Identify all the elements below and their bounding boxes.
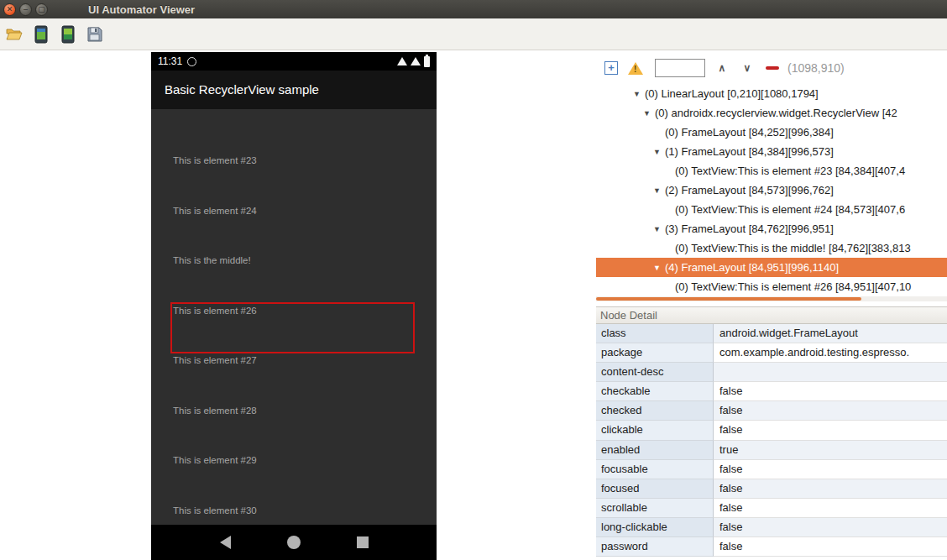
node-detail-header: Node Detail	[596, 306, 947, 324]
node-detail-table: classandroid.widget.FrameLayoutpackageco…	[596, 324, 947, 557]
detail-key: focused	[596, 479, 714, 499]
hierarchy-inspector: + ! ∧ ∨ (1098,910) ▼(0) LinearLayout [0,…	[596, 50, 947, 560]
maximize-button[interactable]: ▢	[35, 3, 48, 16]
expander-icon[interactable]: ▼	[653, 181, 665, 201]
detail-row[interactable]: clickablefalse	[596, 421, 947, 440]
tree-node[interactable]: ▼(0) LinearLayout [0,210][1080,1794]	[596, 84, 947, 103]
tree-node-label: (0) TextView:This is element #26 [84,951…	[675, 280, 911, 293]
detail-key: long-clickable	[596, 518, 714, 537]
tree-node-label: (0) FrameLayout [84,252][996,384]	[665, 126, 834, 139]
selection-highlight	[170, 302, 415, 353]
save-button[interactable]	[84, 24, 106, 45]
tree-node-label: (0) androidx.recyclerview.widget.Recycle…	[655, 107, 897, 119]
expander-icon[interactable]: ▼	[653, 220, 665, 239]
detail-row[interactable]: classandroid.widget.FrameLayout	[596, 324, 947, 343]
tree-node[interactable]: (0) TextView:This is the middle! [84,762…	[596, 238, 947, 258]
tree-node-label: (0) TextView:This is element #23 [84,384…	[675, 165, 905, 177]
tree-node-label: (1) FrameLayout [84,384][996,573]	[665, 145, 834, 158]
list-item[interactable]: This is element #29	[151, 452, 437, 502]
detail-row[interactable]: packagecom.example.android.testing.espre…	[596, 343, 947, 363]
main-toolbar	[0, 18, 947, 50]
inspector-toolbar: + ! ∧ ∨ (1098,910)	[596, 52, 947, 84]
detail-row[interactable]: content-desc	[596, 363, 947, 382]
window-titlebar: ✕ – ▢ UI Automator Viewer	[0, 0, 947, 18]
tree-node[interactable]: (0) TextView:This is element #24 [84,573…	[596, 200, 947, 219]
recents-icon[interactable]	[357, 536, 369, 548]
device-screenshot-compressed-button[interactable]	[57, 24, 79, 45]
battery-icon	[424, 56, 430, 67]
back-icon[interactable]	[220, 536, 231, 549]
tree-node[interactable]: ▼(2) FrameLayout [84,573][996,762]	[596, 181, 947, 200]
list-item[interactable]: This is element #23	[151, 152, 437, 202]
expand-all-icon[interactable]: +	[604, 61, 618, 75]
folder-open-icon	[6, 28, 23, 41]
detail-key: focusable	[596, 460, 714, 479]
open-file-button[interactable]	[3, 24, 25, 45]
scrollbar-thumb[interactable]	[596, 297, 861, 301]
list-item[interactable]: This is element #24	[151, 202, 437, 253]
expander-icon[interactable]: ▼	[653, 143, 665, 162]
tree-node[interactable]: ▼(3) FrameLayout [84,762][996,951]	[596, 219, 947, 238]
detail-row[interactable]: checkedfalse	[596, 401, 947, 421]
window-title: UI Automator Viewer	[88, 3, 195, 16]
detail-value: false	[714, 537, 947, 557]
detail-value: false	[714, 499, 947, 518]
tree-node-label: (4) FrameLayout [84,951][996,1140]	[665, 261, 839, 274]
home-icon[interactable]	[287, 536, 301, 549]
tree-node[interactable]: (0) FrameLayout [84,252][996,384]	[596, 123, 947, 142]
tree-node[interactable]: ▼(0) androidx.recyclerview.widget.Recycl…	[596, 103, 947, 123]
detail-value: false	[714, 401, 947, 421]
detail-row[interactable]: focusedfalse	[596, 479, 947, 499]
device-screenshot-view[interactable]: 11:31 Basic RecyclerView sample This is …	[151, 52, 437, 560]
expander-icon[interactable]: ▼	[633, 85, 645, 104]
detail-row[interactable]: focusablefalse	[596, 460, 947, 479]
alarm-icon	[187, 57, 196, 66]
minus-icon[interactable]	[766, 66, 779, 70]
detail-value: false	[714, 421, 947, 440]
find-previous-button[interactable]: ∧	[714, 60, 730, 76]
list-item[interactable]: This is element #28	[151, 402, 437, 453]
main-area: 11:31 Basic RecyclerView sample This is …	[0, 50, 947, 560]
minimize-button[interactable]: –	[19, 3, 32, 16]
detail-value: com.example.android.testing.espresso.	[714, 343, 947, 363]
device-screenshot-compressed-icon	[61, 25, 75, 44]
expander-icon[interactable]: ▼	[653, 259, 665, 278]
wifi-icon	[397, 57, 407, 65]
signal-icon	[411, 57, 421, 65]
device-screenshot-button[interactable]	[30, 24, 52, 45]
save-icon	[87, 27, 102, 42]
detail-key: checkable	[596, 382, 714, 401]
device-status-bar: 11:31	[151, 52, 437, 71]
detail-key: scrollable	[596, 499, 714, 518]
tree-node-label: (0) TextView:This is the middle! [84,762…	[675, 242, 911, 254]
tree-node[interactable]: (0) TextView:This is element #26 [84,951…	[596, 277, 947, 296]
detail-row[interactable]: enabledtrue	[596, 441, 947, 460]
search-input[interactable]	[655, 59, 705, 77]
detail-key: password	[596, 537, 714, 557]
find-next-button[interactable]: ∨	[739, 60, 756, 76]
close-button[interactable]: ✕	[3, 3, 16, 16]
detail-value: true	[714, 441, 947, 460]
tree-node-label: (2) FrameLayout [84,573][996,762]	[665, 184, 834, 196]
tree-node-label: (0) LinearLayout [0,210][1080,1794]	[645, 87, 819, 100]
list-item[interactable]: This is the middle!	[151, 252, 437, 302]
detail-value: false	[714, 479, 947, 499]
detail-row[interactable]: scrollablefalse	[596, 499, 947, 518]
device-app-bar-title: Basic RecyclerView sample	[151, 71, 437, 109]
detail-key: content-desc	[596, 363, 714, 382]
device-nav-bar	[151, 525, 437, 560]
tree-node[interactable]: ▼(4) FrameLayout [84,951][996,1140]	[596, 258, 947, 277]
detail-row[interactable]: checkablefalse	[596, 382, 947, 401]
warning-icon[interactable]: !	[628, 62, 643, 75]
tree-horizontal-scrollbar[interactable]	[596, 296, 947, 301]
pointer-coordinates: (1098,910)	[787, 61, 845, 75]
tree-node[interactable]: (0) TextView:This is element #23 [84,384…	[596, 161, 947, 181]
detail-row[interactable]: passwordfalse	[596, 537, 947, 557]
expander-icon[interactable]: ▼	[643, 104, 655, 123]
tree-node-label: (3) FrameLayout [84,762][996,951]	[665, 222, 834, 235]
tree-node[interactable]: ▼(1) FrameLayout [84,384][996,573]	[596, 142, 947, 161]
detail-key: clickable	[596, 421, 714, 440]
list-item[interactable]: This is element #27	[151, 352, 437, 402]
detail-key: package	[596, 343, 714, 363]
detail-row[interactable]: long-clickablefalse	[596, 518, 947, 537]
